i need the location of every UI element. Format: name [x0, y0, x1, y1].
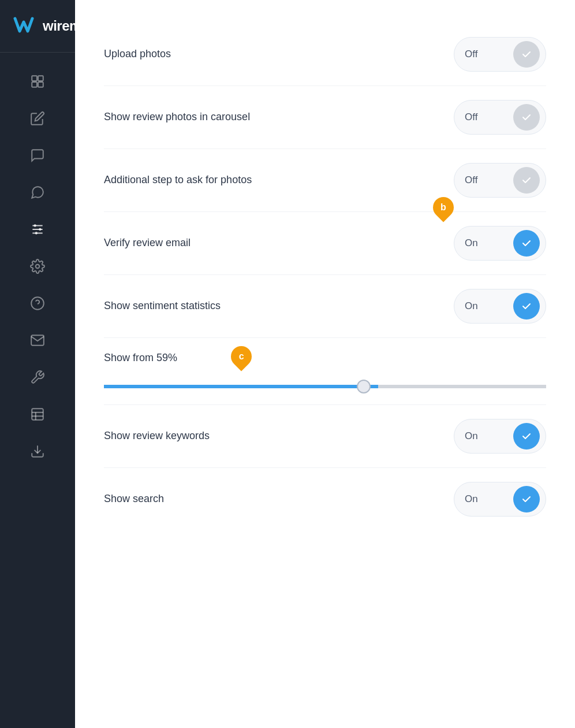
slider-section: c Show from 59%: [104, 338, 546, 405]
svg-rect-0: [32, 76, 37, 81]
logo-area: wiremo: [0, 0, 75, 52]
setting-label-additional-step: Additional step to ask for photos: [104, 173, 252, 187]
toggle-verify-email[interactable]: On: [454, 226, 546, 261]
sidebar-item-table[interactable]: [20, 397, 55, 432]
toggle-state-verify-email: On: [465, 237, 506, 249]
setting-row-show-search: Show search On: [104, 468, 546, 530]
setting-row-verify-email: Verify review email b On: [104, 212, 546, 275]
svg-rect-3: [38, 82, 43, 87]
svg-point-11: [31, 297, 44, 310]
svg-rect-2: [32, 82, 37, 87]
svg-point-8: [39, 228, 41, 231]
help-icon: [30, 296, 45, 311]
check-icon: [521, 49, 532, 60]
setting-label-show-keywords: Show review keywords: [104, 429, 210, 443]
svg-rect-13: [32, 408, 43, 420]
toggle-switch-verify-email[interactable]: [513, 230, 540, 257]
toggle-state-show-review-photos: Off: [465, 112, 506, 123]
toggle-state-additional-step: Off: [465, 174, 506, 186]
sidebar-item-mail[interactable]: [20, 323, 55, 358]
check-icon: [521, 300, 532, 312]
sidebar-item-help[interactable]: [20, 286, 55, 321]
mail-icon: [30, 333, 45, 348]
check-icon: [521, 430, 532, 442]
setting-label-show-search: Show search: [104, 492, 164, 506]
grid-icon: [30, 74, 45, 89]
svg-rect-1: [38, 76, 43, 81]
setting-row-sentiment-stats: Show sentiment statistics On: [104, 275, 546, 338]
svg-point-9: [35, 232, 38, 234]
tools-icon: [30, 370, 45, 385]
edit-icon: [30, 111, 45, 126]
svg-point-7: [34, 224, 36, 226]
table-icon: [30, 407, 45, 422]
check-icon: [521, 174, 532, 186]
check-icon: [521, 237, 532, 249]
setting-row-additional-step: Additional step to ask for photos Off: [104, 149, 546, 212]
toggle-additional-step[interactable]: Off: [454, 163, 546, 198]
sidebar-item-filters[interactable]: [20, 212, 55, 247]
settings-icon: [30, 259, 45, 274]
sidebar-item-message[interactable]: [20, 175, 55, 210]
toggle-sentiment-stats[interactable]: On: [454, 289, 546, 324]
sidebar-item-edit[interactable]: [20, 101, 55, 136]
setting-row-upload-photos: Upload photos Off: [104, 23, 546, 86]
toggle-switch-show-search[interactable]: [513, 486, 540, 512]
toggle-switch-show-review-photos[interactable]: [513, 104, 540, 131]
sidebar-item-download[interactable]: [20, 434, 55, 469]
toggle-show-review-photos[interactable]: Off: [454, 100, 546, 135]
check-icon: [521, 493, 532, 505]
toggle-state-sentiment-stats: On: [465, 300, 506, 312]
main-content: Upload photos Off Show review photos in …: [75, 0, 575, 728]
toggle-state-show-keywords: On: [465, 430, 506, 442]
toggle-switch-additional-step[interactable]: [513, 167, 540, 194]
sidebar-item-tools[interactable]: [20, 360, 55, 395]
setting-row-show-keywords: Show review keywords On: [104, 405, 546, 468]
toggle-show-search[interactable]: On: [454, 482, 546, 517]
toggle-upload-photos[interactable]: Off: [454, 37, 546, 72]
toggle-state-upload-photos: Off: [465, 49, 506, 60]
setting-row-show-review-photos: Show review photos in carousel Off: [104, 86, 546, 149]
message-icon: [30, 185, 45, 200]
chat-icon: [30, 148, 45, 163]
sidebar-item-dashboard[interactable]: [20, 64, 55, 99]
slider-title: Show from 59%: [104, 352, 177, 364]
check-icon: [521, 112, 532, 123]
show-from-slider[interactable]: [104, 385, 546, 388]
filters-icon: [30, 222, 45, 237]
setting-label-sentiment-stats: Show sentiment statistics: [104, 299, 221, 313]
sidebar-navigation: [0, 58, 75, 474]
toggle-switch-upload-photos[interactable]: [513, 41, 540, 68]
toggle-switch-show-keywords[interactable]: [513, 423, 540, 450]
svg-point-10: [36, 265, 40, 269]
toggle-show-keywords[interactable]: On: [454, 419, 546, 454]
wiremo-logo-icon: [10, 13, 37, 39]
setting-label-show-review-photos: Show review photos in carousel: [104, 110, 250, 124]
sidebar-divider: [0, 52, 75, 53]
setting-label-upload-photos: Upload photos: [104, 47, 171, 61]
toggle-switch-sentiment-stats[interactable]: [513, 293, 540, 320]
download-icon: [30, 444, 45, 459]
sidebar-item-settings[interactable]: [20, 249, 55, 284]
toggle-state-show-search: On: [465, 493, 506, 505]
sidebar-item-chat[interactable]: [20, 138, 55, 173]
annotation-marker-c: c: [227, 342, 256, 372]
setting-label-verify-email: Verify review email: [104, 236, 191, 250]
settings-panel: Upload photos Off Show review photos in …: [75, 0, 575, 728]
sidebar: wiremo: [0, 0, 75, 728]
